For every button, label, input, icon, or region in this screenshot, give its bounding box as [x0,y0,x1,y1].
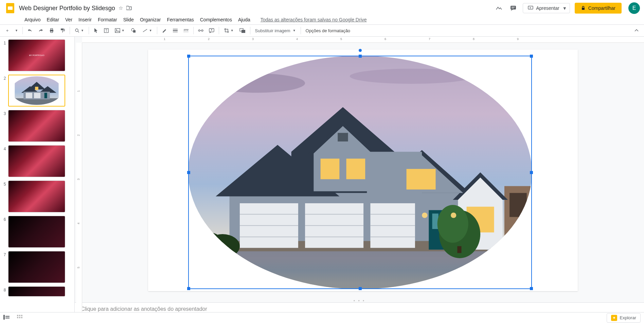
thumb-8[interactable]: 8 [1,286,73,297]
menu-bar: Arquivo Editar Ver Inserir Formatar Slid… [0,16,644,24]
comments-icon[interactable] [508,3,518,13]
explore-icon: ✦ [611,315,617,321]
svg-rect-88 [21,317,22,318]
svg-rect-34 [44,93,47,98]
share-label: Compartilhar [588,5,615,11]
textbox-tool[interactable]: T [101,26,111,35]
thumb-7[interactable]: 7 [1,251,73,283]
menu-ferramentas[interactable]: Ferramentas [167,17,194,22]
share-button[interactable]: Compartilhar [575,3,622,14]
resize-handle-b[interactable] [359,287,362,290]
shape-tool[interactable] [128,26,139,35]
image-tool[interactable]: ▼ [112,26,127,35]
slide-thumbnails-panel[interactable]: 1 MY PORTFOLIO 2 3 4 5 6 7 8 [0,37,75,316]
svg-rect-83 [17,315,18,316]
replace-image-button[interactable]: Substituir imagem▼ [252,27,299,35]
ruler-vertical[interactable]: 1 2 3 4 5 [76,43,82,316]
ruler-horizontal[interactable]: 1 2 3 4 5 6 7 8 9 [82,37,644,43]
svg-rect-6 [582,8,585,10]
zoom-button[interactable]: ▼ [72,26,87,35]
thumb-5[interactable]: 5 [1,180,73,212]
svg-point-15 [116,30,117,31]
line-tool[interactable]: ▼ [140,27,155,34]
svg-rect-20 [173,32,178,32]
present-button[interactable]: Apresentar [523,3,564,13]
main-area: 1 MY PORTFOLIO 2 3 4 5 6 7 8 1 2 3 4 5 6… [0,37,644,316]
account-avatar[interactable]: E [628,2,640,14]
border-dash-button[interactable] [181,27,191,34]
thumb-1-title: MY PORTFOLIO [29,54,44,56]
menu-arquivo[interactable]: Arquivo [24,17,40,22]
thumb-3[interactable]: 3 [1,110,73,142]
resize-handle-br[interactable] [530,287,533,290]
menu-organizar[interactable]: Organizar [140,17,161,22]
resize-handle-r[interactable] [530,171,533,174]
svg-rect-8 [51,28,53,30]
resize-handle-bl[interactable] [187,287,190,290]
new-slide-dropdown[interactable]: ▼ [13,27,20,34]
menu-inserir[interactable]: Inserir [78,17,92,22]
print-button[interactable] [47,26,57,35]
svg-point-11 [75,29,78,32]
activity-icon[interactable] [494,3,504,13]
menu-editar[interactable]: Editar [47,17,59,22]
menu-slide[interactable]: Slide [123,17,134,22]
slide-canvas[interactable] [148,50,578,291]
star-icon[interactable]: ☆ [119,5,123,11]
resize-handle-tl[interactable] [187,55,190,58]
link-button[interactable] [196,27,206,34]
new-slide-button[interactable]: ＋ [3,26,12,35]
rotate-handle[interactable] [359,49,362,52]
thumb-2[interactable]: 2 [1,75,73,107]
undo-button[interactable] [25,26,35,35]
document-title[interactable]: Web Designer Portfolio by Slidesgo [19,5,115,12]
present-icon [528,6,533,11]
present-label: Apresentar [536,5,559,11]
grid-view-icon[interactable] [17,315,22,321]
menu-formatar[interactable]: Formatar [98,17,117,22]
notes-resize-handle[interactable]: • • • [75,300,644,302]
slides-logo-icon[interactable] [4,2,16,14]
svg-rect-33 [35,87,38,90]
thumb-4[interactable]: 4 [1,145,73,177]
menu-ajuda[interactable]: Ajuda [238,17,250,22]
svg-rect-2 [511,6,516,10]
svg-rect-31 [26,93,32,98]
svg-rect-3 [512,7,515,7]
svg-rect-17 [133,30,136,33]
filmstrip-view-icon[interactable] [3,315,10,321]
svg-rect-9 [51,31,53,33]
svg-rect-81 [5,316,10,317]
lock-icon [581,6,586,11]
comment-button[interactable] [207,26,217,35]
svg-rect-87 [19,317,20,318]
selection-box[interactable] [188,56,532,289]
resize-handle-tr[interactable] [530,55,533,58]
svg-text:T: T [105,29,107,33]
border-color-button[interactable] [159,26,169,35]
resize-handle-l[interactable] [187,171,190,174]
move-folder-icon[interactable] [126,5,132,11]
thumb-1[interactable]: 1 MY PORTFOLIO [1,39,73,71]
save-status[interactable]: Todas as alterações foram salvas no Goog… [261,17,367,22]
format-options-button[interactable]: Opções de formatação [303,27,353,35]
collapse-toolbar-button[interactable] [632,27,641,34]
paint-format-button[interactable] [57,26,68,35]
border-weight-button[interactable] [170,27,180,34]
menu-complementos[interactable]: Complementos [200,17,232,22]
select-tool[interactable] [91,26,101,35]
svg-rect-19 [173,30,178,31]
resize-handle-t[interactable] [359,55,362,58]
redo-button[interactable] [36,26,46,35]
svg-rect-10 [61,28,64,30]
svg-rect-4 [512,8,514,8]
menu-ver[interactable]: Ver [65,17,72,22]
explore-button[interactable]: ✦ Explorar [607,313,641,323]
svg-rect-32 [34,93,40,98]
mask-button[interactable] [237,26,248,35]
svg-rect-80 [3,315,5,320]
title-bar: Web Designer Portfolio by Slidesgo ☆ Apr… [0,0,644,16]
crop-button[interactable]: ▼ [221,26,236,35]
present-dropdown-button[interactable]: ▼ [560,3,570,13]
thumb-6[interactable]: 6 [1,216,73,248]
